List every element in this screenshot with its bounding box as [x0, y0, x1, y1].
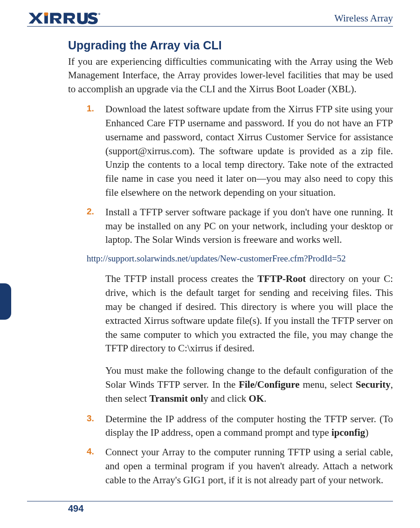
intro-paragraph: If you are experiencing difficulties com… — [68, 55, 393, 96]
page-header: R Wireless Array — [27, 12, 393, 27]
step-text: Download the latest software update from… — [105, 103, 393, 200]
step-number: 3. — [87, 412, 105, 440]
step-2-detail-b: You must make the following change to th… — [105, 364, 393, 405]
step-1: 1. Download the latest software update f… — [87, 103, 393, 200]
solarwinds-link[interactable]: http://support.solarwinds.net/updates/Ne… — [87, 254, 393, 264]
step-number: 2. — [87, 206, 105, 247]
text-fragment: directory on your C: drive, which is the… — [105, 273, 393, 354]
text-fragment: y and click — [203, 393, 248, 404]
step-number: 1. — [87, 103, 105, 200]
svg-marker-0 — [29, 13, 43, 24]
text-fragment: The TFTP install process creates the — [105, 273, 257, 284]
bold-security: Security — [356, 379, 391, 390]
step-4: 4. Connect your Array to the computer ru… — [87, 446, 393, 487]
bold-transmit-only: Transmit onl — [149, 393, 203, 404]
text-fragment: ) — [365, 427, 368, 438]
step-text: Determine the IP address of the computer… — [105, 412, 393, 440]
brand-logo: R — [27, 12, 102, 24]
step-text: Connect your Array to the computer runni… — [105, 446, 393, 487]
bold-ipconfig: ipconfig — [331, 427, 365, 438]
bold-ok: OK — [249, 393, 264, 404]
step-2: 2. Install a TFTP server software packag… — [87, 206, 393, 247]
bold-file-configure: File/Configure — [239, 379, 299, 390]
side-thumb-tab — [0, 283, 11, 320]
ordered-steps: 1. Download the latest software update f… — [87, 103, 393, 247]
svg-rect-8 — [44, 12, 48, 13]
header-product-name: Wireless Array — [334, 13, 393, 24]
footer-rule — [27, 501, 393, 501]
page-title: Upgrading the Array via CLI — [68, 39, 393, 52]
ordered-steps-cont: 3. Determine the IP address of the compu… — [87, 412, 393, 487]
step-number: 4. — [87, 446, 105, 487]
page-footer: 494 — [27, 501, 393, 514]
page-number: 494 — [68, 503, 393, 514]
text-fragment: . — [264, 393, 266, 404]
bold-tftp-root: TFTP-Root — [257, 273, 306, 284]
step-2-detail-a: The TFTP install process creates the TFT… — [105, 272, 393, 356]
step-text: Install a TFTP server software package i… — [105, 206, 393, 247]
text-fragment: menu, select — [299, 379, 356, 390]
xirrus-logo-icon: R — [27, 12, 102, 24]
step-3: 3. Determine the IP address of the compu… — [87, 412, 393, 440]
